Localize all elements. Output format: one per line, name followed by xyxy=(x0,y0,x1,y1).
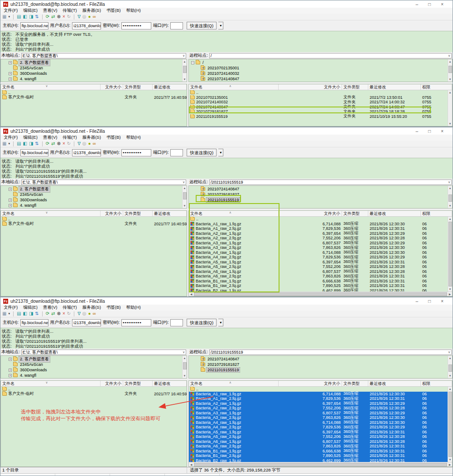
remote-file-row[interactable]: Bacteria_B2_raw_1.fq.gz 6,462,899 360压缩 … xyxy=(189,288,448,292)
toggle-remote-tree-icon[interactable]: ◨ xyxy=(29,14,33,19)
quickconnect-dropdown[interactable]: ▾ xyxy=(218,149,223,156)
restore-button[interactable]: □ xyxy=(428,129,431,134)
local-path-input[interactable]: E:\2. 客户数据查看\∨ xyxy=(21,53,186,58)
site-manager-icon[interactable]: ▦ xyxy=(2,311,6,316)
password-input[interactable]: •••••••••• xyxy=(121,22,151,29)
remote-file-row[interactable]: Bacteria_A4_raw_2.fq.gz 7,829,536 360压缩 … xyxy=(189,255,448,260)
tree-item-remote[interactable]: 20210724140032 xyxy=(189,71,448,76)
horizontal-scrollbar[interactable]: ◀▶ xyxy=(189,462,452,466)
disconnect-icon[interactable]: × xyxy=(63,311,65,316)
quickconnect-button[interactable]: 快速连接(Q) xyxy=(187,149,217,156)
scrollbar[interactable]: ▲▼ xyxy=(448,186,452,208)
scrollbar[interactable]: ▲▼ xyxy=(448,217,452,291)
local-path-input[interactable]: E:\2. 客户数据查看\∨ xyxy=(21,180,186,185)
sync-browse-icon[interactable]: ● xyxy=(88,141,91,146)
tree-item-local[interactable]: +4. wangfl xyxy=(1,203,182,208)
scrollbar[interactable]: ▲▼ xyxy=(182,186,187,208)
remote-file-row-selected[interactable]: Bacteria_B2_raw_1.fq.gz 6,462,899 360压缩 … xyxy=(189,458,448,462)
tree-item-local[interactable]: +2. 客户数据查看 xyxy=(1,356,182,362)
compare-icon[interactable]: ◎ xyxy=(82,141,87,146)
remote-file-row-selected[interactable]: Bacteria_A4_raw_1.fq.gz 6,714,088 360压缩 … xyxy=(189,420,448,425)
cancel-icon[interactable]: ⊗ xyxy=(57,14,61,19)
filter-icon[interactable]: ∇ xyxy=(77,14,81,19)
toggle-queue-icon[interactable]: ⇅ xyxy=(35,141,39,146)
toggle-queue-icon[interactable]: ⇅ xyxy=(35,311,39,316)
tree-item-remote[interactable]: 20211019155519 xyxy=(189,197,448,203)
local-file-row[interactable]: 客户文件-临时 文件夹 2021/7/7 16:40:59 xyxy=(1,392,187,397)
minimize-button[interactable]: – xyxy=(416,129,419,134)
scrollbar[interactable]: ▲▼ xyxy=(448,90,452,126)
menu-edit[interactable]: 编辑(E) xyxy=(23,8,38,14)
remote-dir-row[interactable]: 20210729181827 文件夹 2021/7/29 18:18:28 07… xyxy=(189,109,448,114)
remote-file-row[interactable]: Bacteria_A1_raw_2.fq.gz 7,829,536 360压缩 … xyxy=(189,226,448,231)
remote-file-row[interactable]: Bacteria_A5_raw_2.fq.gz 7,552,206 360压缩 … xyxy=(189,264,448,269)
column-header[interactable]: ∨文件名 xyxy=(1,211,101,216)
sync-browse-icon[interactable]: ● xyxy=(88,311,91,316)
tree-item-local[interactable]: +360Downloads xyxy=(1,367,182,373)
remote-dir-row[interactable]: 20210702135001 文件夹 2021/7/2 13:50:01 075… xyxy=(189,95,448,100)
column-header[interactable]: 文件类型 xyxy=(123,211,153,216)
remote-file-row[interactable]: Bacteria_A3_raw_2.fq.gz 7,863,826 360压缩 … xyxy=(189,245,448,250)
tree-item-remote[interactable]: 20210729181827 xyxy=(189,192,448,197)
column-header[interactable]: 文件大小 xyxy=(101,211,123,216)
menu-bookmarks[interactable]: 书签(B) xyxy=(106,305,121,311)
remote-dir-row[interactable]: 20210724140847 文件夹 2021/7/24 14:08:47 07… xyxy=(189,105,448,110)
tree-item-local[interactable]: +4. wangfl xyxy=(1,76,182,82)
toggle-log-icon[interactable]: ▤ xyxy=(17,311,21,316)
chevron-down-icon[interactable]: ∨ xyxy=(183,53,185,58)
scrollbar[interactable]: ▲▼ xyxy=(448,356,452,378)
column-header[interactable]: ∧文件名 xyxy=(189,381,279,386)
menu-server[interactable]: 服务器(S) xyxy=(82,135,101,141)
scrollbar[interactable]: ▲▼ xyxy=(182,59,187,82)
toggle-local-tree-icon[interactable]: ◧ xyxy=(23,141,27,146)
menu-view[interactable]: 查看(V) xyxy=(43,305,58,311)
remote-file-row[interactable]: Bacteria_A6_raw_2.fq.gz 7,863,826 360压缩 … xyxy=(189,274,448,279)
parent-dir-row[interactable]: .. xyxy=(189,387,448,392)
column-header[interactable]: ∧文件名 xyxy=(189,211,279,216)
scrollbar[interactable]: ▲▼ xyxy=(448,387,452,462)
find-files-icon[interactable]: ∞ xyxy=(93,14,96,19)
menu-transfer[interactable]: 传输(T) xyxy=(63,305,77,311)
menu-edit[interactable]: 编辑(E) xyxy=(23,305,38,311)
find-files-icon[interactable]: ∞ xyxy=(93,141,96,146)
chevron-down-icon[interactable]: ∨ xyxy=(448,53,450,58)
column-header[interactable]: 权限 xyxy=(421,211,452,216)
toggle-log-icon[interactable]: ▤ xyxy=(17,14,21,19)
tree-item-local[interactable]: +4. wangfl xyxy=(1,373,182,378)
remote-path-input[interactable]: /20211019155519∨ xyxy=(209,350,452,355)
reconnect-icon[interactable]: ↻ xyxy=(67,311,71,316)
remote-file-row-selected[interactable]: Bacteria_A4_raw_2.fq.gz 7,829,536 360压缩 … xyxy=(189,425,448,430)
tree-item-remote[interactable]: 20210724140847 xyxy=(189,356,448,362)
close-button[interactable]: × xyxy=(441,2,443,7)
local-file-row[interactable]: 客户文件-临时 文件夹 2021/7/7 16:40:59 xyxy=(1,222,187,227)
tree-item-remote[interactable]: 20210729181827 xyxy=(189,362,448,367)
password-input[interactable]: •••••••••• xyxy=(121,319,151,326)
tree-item-local[interactable]: +2. 客户数据查看 xyxy=(1,60,182,65)
site-manager-dropdown-icon[interactable]: ▾ xyxy=(8,311,10,316)
tree-item-local[interactable]: 2345AvScan xyxy=(1,65,182,71)
remote-file-row[interactable]: Bacteria_A6_raw_1.fq.gz 6,807,537 360压缩 … xyxy=(189,269,448,274)
tree-item-remote[interactable]: 20210724140847 xyxy=(189,186,448,192)
tree-item-local[interactable]: 2345AvScan xyxy=(1,192,182,197)
refresh-icon[interactable]: ⟳ xyxy=(46,14,49,19)
horizontal-scrollbar[interactable]: ◀▶ xyxy=(189,291,452,296)
column-header[interactable]: 文件大小 xyxy=(279,84,342,90)
remote-file-row-selected[interactable]: Bacteria_A6_raw_2.fq.gz 7,863,826 360压缩 … xyxy=(189,444,448,449)
local-path-input[interactable]: E:\2. 客户数据查看\∨ xyxy=(21,350,186,355)
chevron-down-icon[interactable]: ∨ xyxy=(448,350,450,355)
menu-help[interactable]: 帮助(H) xyxy=(126,305,140,311)
tree-item-local[interactable]: +360Downloads xyxy=(1,71,182,76)
process-queue-icon[interactable]: ⇄ xyxy=(51,311,55,316)
minimize-button[interactable]: – xyxy=(416,299,419,304)
column-header[interactable]: 文件大小 xyxy=(279,381,342,386)
menu-file[interactable]: 文件(F) xyxy=(4,8,18,14)
toggle-remote-tree-icon[interactable]: ◨ xyxy=(29,311,33,316)
remote-file-row-selected[interactable]: Bacteria_A1_raw_1.fq.gz 6,714,088 360压缩 … xyxy=(189,392,448,397)
site-manager-icon[interactable]: ▦ xyxy=(2,14,6,19)
minimize-button[interactable]: – xyxy=(416,2,419,7)
column-header[interactable]: 文件类型 xyxy=(342,381,368,386)
filter-icon[interactable]: ∇ xyxy=(77,311,81,316)
port-input[interactable] xyxy=(170,22,183,29)
local-file-row[interactable]: 客户文件-临时 文件夹 2021/7/7 16:40:59 xyxy=(1,95,187,100)
tree-item-local[interactable]: +2. 客户数据查看 xyxy=(1,186,182,192)
